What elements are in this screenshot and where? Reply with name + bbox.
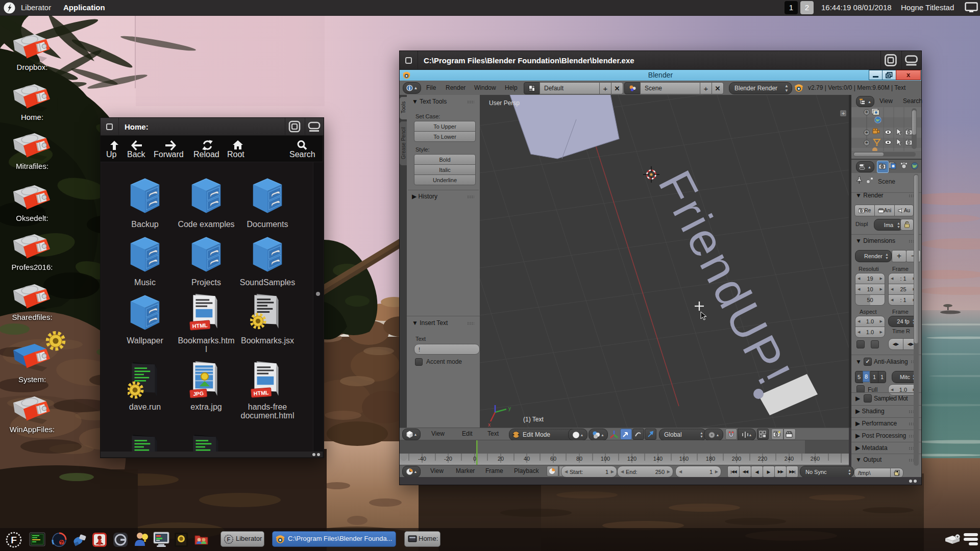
svg-text:60: 60 bbox=[550, 456, 556, 462]
svg-text:(1) Text: (1) Text bbox=[523, 416, 544, 423]
svg-text:+: + bbox=[865, 140, 868, 145]
svg-text:80: 80 bbox=[576, 456, 582, 462]
svg-text:140: 140 bbox=[653, 456, 663, 462]
svg-text:FriendUP!: FriendUP! bbox=[649, 162, 801, 394]
svg-text:20: 20 bbox=[498, 456, 504, 462]
svg-text:y: y bbox=[508, 406, 511, 411]
svg-text:+: + bbox=[865, 130, 868, 135]
svg-text:220: 220 bbox=[758, 456, 767, 462]
svg-text:240: 240 bbox=[785, 456, 794, 462]
svg-text:F: F bbox=[227, 536, 231, 542]
svg-text:F: F bbox=[11, 535, 17, 545]
svg-text:x: x bbox=[488, 422, 491, 428]
svg-text:180: 180 bbox=[706, 456, 715, 462]
svg-text:100: 100 bbox=[601, 456, 610, 462]
svg-text:40: 40 bbox=[524, 456, 530, 462]
svg-text:260: 260 bbox=[811, 456, 820, 462]
svg-text:+: + bbox=[842, 110, 845, 116]
svg-text:0: 0 bbox=[473, 456, 476, 462]
svg-text:-20: -20 bbox=[444, 456, 452, 462]
svg-text:User Persp: User Persp bbox=[489, 99, 520, 107]
svg-text:160: 160 bbox=[679, 456, 689, 462]
svg-text:-40: -40 bbox=[418, 456, 426, 462]
svg-text:200: 200 bbox=[732, 456, 741, 462]
svg-text:+: + bbox=[865, 109, 868, 115]
svg-text:120: 120 bbox=[627, 456, 636, 462]
